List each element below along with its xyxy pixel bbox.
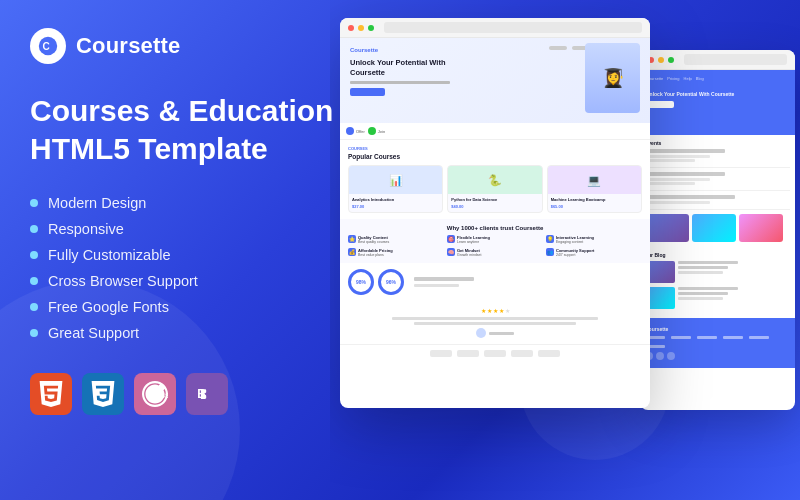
course-image: 💻 bbox=[548, 166, 641, 194]
event-images bbox=[645, 214, 790, 242]
testimonial-text bbox=[392, 317, 598, 320]
star: ★ bbox=[487, 307, 492, 314]
social-icons bbox=[645, 352, 790, 360]
bullet-icon bbox=[30, 225, 38, 233]
browser2-footer: Coursette bbox=[640, 318, 795, 368]
course-info: Machine Learning Bootcamp $65.00 bbox=[548, 194, 641, 212]
browser2-blog: our Blog bbox=[640, 247, 795, 318]
stat-text-bar bbox=[414, 277, 474, 281]
why-section: Why 1000+ clients trust Coursette ⭐ Qual… bbox=[340, 219, 650, 263]
blog-desc-bar bbox=[678, 297, 723, 300]
social-icon-tw bbox=[656, 352, 664, 360]
stats-row: Offer Join bbox=[340, 123, 650, 140]
sass-badge: Sass bbox=[134, 373, 176, 415]
why-item: 👥 Community Support 24/7 support bbox=[546, 248, 642, 258]
courses-grid: 📊 Analytics Introduction $27.00 🐍 Python… bbox=[348, 165, 642, 213]
star-empty: ★ bbox=[505, 307, 510, 314]
courses-section: Courses Popular Courses 📊 Analytics Intr… bbox=[340, 140, 650, 219]
logo-icon: C bbox=[30, 28, 66, 64]
why-item: 💡 Interactive Learning Engaging content bbox=[546, 235, 642, 245]
list-item: Modern Design bbox=[30, 195, 350, 211]
star: ★ bbox=[481, 307, 486, 314]
event-title-bar bbox=[645, 172, 725, 176]
list-item: Free Google Fonts bbox=[30, 299, 350, 315]
event-desc-bar bbox=[645, 201, 710, 204]
event-desc-bar bbox=[645, 155, 710, 158]
event-title-bar bbox=[645, 195, 735, 199]
blog-item bbox=[645, 261, 790, 283]
star: ★ bbox=[493, 307, 498, 314]
left-panel: C Coursette Courses & Education HTML5 Te… bbox=[0, 0, 380, 500]
partner-logo bbox=[538, 350, 560, 357]
site-hero: Coursette Unlock Your Potential With Cou… bbox=[340, 38, 650, 123]
stars-row: ★ ★ ★ ★ ★ bbox=[348, 307, 642, 314]
event-title-bar bbox=[645, 149, 725, 153]
browser2-nav-item: Pricing bbox=[667, 76, 679, 81]
event-image bbox=[692, 214, 736, 242]
features-list: Modern Design Responsive Fully Customiza… bbox=[30, 195, 350, 341]
testimonial-text-2 bbox=[414, 322, 576, 325]
stat-text-bar-2 bbox=[414, 284, 459, 287]
url-bar bbox=[384, 22, 642, 33]
reviewer-avatar bbox=[476, 328, 486, 338]
bullet-icon bbox=[30, 199, 38, 207]
why-icon: 👥 bbox=[546, 248, 554, 256]
course-card: 🐍 Python for Data Science $40.00 bbox=[447, 165, 542, 213]
why-icon: 🧠 bbox=[447, 248, 455, 256]
hero-image: 👩‍🎓 bbox=[585, 43, 640, 113]
browser-dot-green-2 bbox=[668, 57, 674, 63]
footer-link bbox=[697, 336, 717, 339]
why-item-desc: 24/7 support bbox=[556, 253, 594, 258]
svg-text:C: C bbox=[43, 41, 50, 52]
blog-info bbox=[678, 287, 790, 309]
browser-bar bbox=[340, 18, 650, 38]
bullet-icon bbox=[30, 303, 38, 311]
event-item bbox=[645, 149, 790, 168]
html5-badge bbox=[30, 373, 72, 415]
css3-badge bbox=[82, 373, 124, 415]
course-card: 💻 Machine Learning Bootcamp $65.00 bbox=[547, 165, 642, 213]
list-item: Fully Customizable bbox=[30, 247, 350, 263]
event-desc-bar-2 bbox=[645, 159, 695, 162]
why-icon: 🎯 bbox=[447, 235, 455, 243]
blog-text-bar-2 bbox=[678, 266, 728, 269]
events-title: Events bbox=[645, 140, 790, 146]
list-item: Responsive bbox=[30, 221, 350, 237]
courses-title: Popular Courses bbox=[348, 153, 642, 160]
event-desc-bar-2 bbox=[645, 182, 695, 185]
blog-text-bar bbox=[678, 261, 738, 264]
svg-text:Sass: Sass bbox=[150, 390, 168, 400]
course-title: Python for Data Science bbox=[451, 197, 538, 202]
blog-desc-bar bbox=[678, 271, 723, 274]
blog-info bbox=[678, 261, 790, 283]
stats-section: 98% 96% bbox=[340, 263, 650, 301]
footer-logo: Coursette bbox=[645, 326, 790, 332]
why-item-title: Community Support bbox=[556, 248, 594, 253]
list-item: Great Support bbox=[30, 325, 350, 341]
why-item-desc: Engaging content bbox=[556, 240, 594, 245]
browser2-hero: Coursette Pricing Help Blog Unlock Your … bbox=[640, 70, 795, 135]
reviewer bbox=[348, 328, 642, 338]
browser2-nav: Coursette Pricing Help Blog bbox=[646, 76, 789, 81]
student-icon: 👩‍🎓 bbox=[602, 67, 624, 89]
browser2-cta-button bbox=[646, 101, 674, 108]
partner-logo bbox=[430, 350, 452, 357]
event-item bbox=[645, 195, 790, 210]
why-item: 🎯 Flexible Learning Learn anytime bbox=[447, 235, 543, 245]
browser2-nav-item: Help bbox=[684, 76, 692, 81]
page-title: Courses & Education HTML5 Template bbox=[30, 92, 350, 167]
event-image bbox=[645, 214, 689, 242]
star: ★ bbox=[499, 307, 504, 314]
url-bar-2 bbox=[684, 54, 787, 65]
footer-links bbox=[645, 336, 790, 348]
testimonial-section: ★ ★ ★ ★ ★ bbox=[340, 301, 650, 344]
course-price: $65.00 bbox=[551, 204, 638, 209]
browser2-nav-item: Blog bbox=[696, 76, 704, 81]
brand-name: Coursette bbox=[76, 33, 181, 59]
browser-bar-2 bbox=[640, 50, 795, 70]
why-grid: ⭐ Quality Content Best quality courses 🎯… bbox=[348, 235, 642, 257]
browser-content: Coursette Unlock Your Potential With Cou… bbox=[340, 38, 650, 408]
footer-link bbox=[671, 336, 691, 339]
event-desc-bar bbox=[645, 178, 710, 181]
browser2-hero-title: Unlock Your Potential With Coursette bbox=[646, 91, 789, 98]
